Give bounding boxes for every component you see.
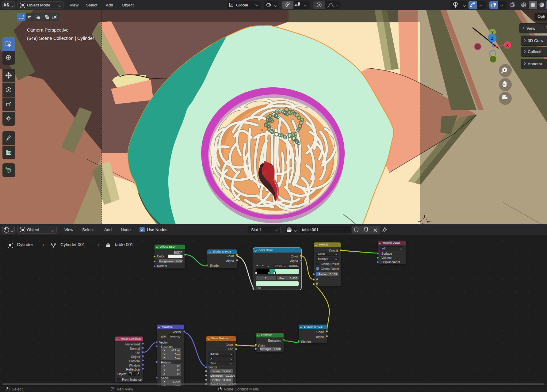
svg-text:Z: Z: [491, 36, 494, 41]
svg-text:X: X: [506, 43, 509, 48]
